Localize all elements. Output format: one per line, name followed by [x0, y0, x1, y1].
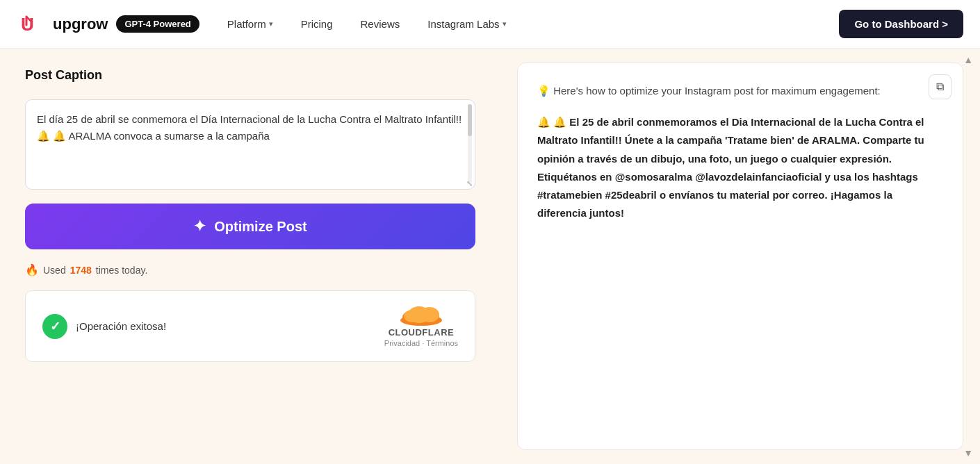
scroll-up-icon[interactable]: ▲: [963, 54, 973, 65]
usage-prefix: Used: [43, 265, 66, 276]
logo-icon: U: [17, 10, 46, 39]
resize-handle-icon[interactable]: ⤡: [465, 179, 473, 188]
nav-instagram-labs[interactable]: Instagram Labs ▾: [416, 13, 517, 35]
success-card: ✓ ¡Operación exitosa! CLOUDFLARE Privaci…: [25, 290, 475, 362]
right-panel: ▲ ⧉ 💡 Here's how to optimize your Instag…: [500, 49, 980, 464]
nav-links: Platform ▾ Pricing Reviews Instagram Lab…: [216, 13, 840, 35]
usage-text: 🔥 Used 1748 times today.: [25, 263, 475, 276]
svg-point-8: [404, 310, 420, 322]
sparkle-icon: ✦: [193, 217, 206, 235]
success-message: ¡Operación exitosa!: [76, 320, 166, 332]
optimize-btn-label: Optimize Post: [214, 219, 307, 235]
cloudflare-cloud-icon: [397, 305, 446, 326]
post-caption-title: Post Caption: [25, 68, 475, 83]
gpt-badge: GPT-4 Powered: [116, 15, 199, 33]
nav-reviews[interactable]: Reviews: [350, 13, 411, 35]
usage-suffix: times today.: [96, 265, 147, 276]
scrollbar-track: [468, 104, 472, 185]
platform-chevron-icon: ▾: [269, 19, 273, 28]
fire-icon: 🔥: [25, 263, 39, 276]
instagram-labs-chevron-icon: ▾: [503, 19, 507, 28]
logo-text: upgrow: [53, 15, 108, 33]
navbar: U upgrow GPT-4 Powered Platform ▾ Pricin…: [0, 0, 980, 49]
success-left: ✓ ¡Operación exitosa!: [42, 314, 166, 339]
success-check-icon: ✓: [42, 314, 67, 339]
caption-textarea[interactable]: El día 25 de abril se conmemora el Día I…: [26, 100, 475, 189]
copy-button[interactable]: ⧉: [929, 74, 952, 99]
svg-point-9: [420, 307, 439, 322]
caption-textarea-wrapper: El día 25 de abril se conmemora el Día I…: [25, 99, 475, 190]
nav-pricing[interactable]: Pricing: [290, 13, 344, 35]
result-intro: 💡 Here's how to optimize your Instagram …: [537, 83, 943, 99]
go-to-dashboard-button[interactable]: Go to Dashboard >: [839, 10, 963, 38]
result-card: ⧉ 💡 Here's how to optimize your Instagra…: [517, 63, 963, 450]
result-body: 🔔 🔔 El 25 de abril conmemoramos el Dia I…: [537, 113, 943, 223]
left-panel: Post Caption El día 25 de abril se conme…: [0, 49, 500, 464]
optimize-post-button[interactable]: ✦ Optimize Post: [25, 204, 475, 249]
main-content: Post Caption El día 25 de abril se conme…: [0, 49, 980, 464]
logo-link[interactable]: U upgrow: [17, 10, 108, 39]
scrollbar-thumb[interactable]: [468, 104, 472, 136]
usage-count: 1748: [70, 265, 92, 276]
cloudflare-name: CLOUDFLARE: [389, 327, 455, 338]
scroll-down-icon[interactable]: ▼: [963, 447, 973, 458]
cloudflare-sub: Privacidad · Términos: [384, 339, 458, 347]
nav-platform[interactable]: Platform ▾: [216, 13, 284, 35]
cloudflare-logo: CLOUDFLARE Privacidad · Términos: [384, 305, 458, 347]
